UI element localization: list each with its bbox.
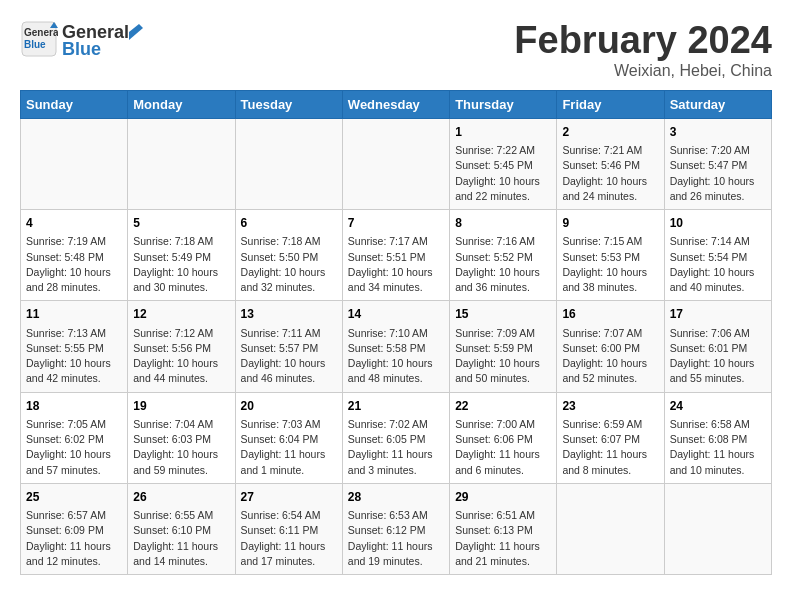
day-info: Sunrise: 7:22 AM — [455, 143, 551, 158]
calendar-cell — [342, 118, 449, 209]
day-info: Sunrise: 6:55 AM — [133, 508, 229, 523]
day-number: 14 — [348, 306, 444, 323]
calendar-cell: 13Sunrise: 7:11 AMSunset: 5:57 PMDayligh… — [235, 301, 342, 392]
day-info: Sunrise: 7:18 AM — [241, 234, 337, 249]
day-number: 6 — [241, 215, 337, 232]
weekday-header-saturday: Saturday — [664, 90, 771, 118]
logo: General Blue General Blue — [20, 20, 143, 62]
day-info: Sunset: 6:10 PM — [133, 523, 229, 538]
day-info: Daylight: 10 hours and 28 minutes. — [26, 265, 122, 295]
day-info: Daylight: 11 hours and 3 minutes. — [348, 447, 444, 477]
day-info: Sunset: 6:09 PM — [26, 523, 122, 538]
calendar-week-4: 18Sunrise: 7:05 AMSunset: 6:02 PMDayligh… — [21, 392, 772, 483]
day-info: Daylight: 10 hours and 50 minutes. — [455, 356, 551, 386]
day-number: 5 — [133, 215, 229, 232]
logo-icon: General Blue — [20, 20, 58, 58]
day-number: 29 — [455, 489, 551, 506]
calendar-cell: 4Sunrise: 7:19 AMSunset: 5:48 PMDaylight… — [21, 210, 128, 301]
svg-marker-4 — [129, 24, 143, 40]
day-info: Daylight: 10 hours and 46 minutes. — [241, 356, 337, 386]
weekday-header-monday: Monday — [128, 90, 235, 118]
day-number: 11 — [26, 306, 122, 323]
calendar-cell: 17Sunrise: 7:06 AMSunset: 6:01 PMDayligh… — [664, 301, 771, 392]
day-number: 26 — [133, 489, 229, 506]
calendar-week-3: 11Sunrise: 7:13 AMSunset: 5:55 PMDayligh… — [21, 301, 772, 392]
day-number: 20 — [241, 398, 337, 415]
day-info: Daylight: 11 hours and 14 minutes. — [133, 539, 229, 569]
day-info: Sunset: 6:00 PM — [562, 341, 658, 356]
calendar-cell: 15Sunrise: 7:09 AMSunset: 5:59 PMDayligh… — [450, 301, 557, 392]
title-block: February 2024 Weixian, Hebei, China — [514, 20, 772, 80]
day-info: Sunrise: 7:00 AM — [455, 417, 551, 432]
day-info: Sunset: 5:48 PM — [26, 250, 122, 265]
day-info: Sunset: 6:13 PM — [455, 523, 551, 538]
day-info: Sunset: 6:08 PM — [670, 432, 766, 447]
calendar-cell: 18Sunrise: 7:05 AMSunset: 6:02 PMDayligh… — [21, 392, 128, 483]
day-info: Sunset: 6:11 PM — [241, 523, 337, 538]
month-title: February 2024 — [514, 20, 772, 62]
page-header: General Blue General Blue February 2024 … — [20, 20, 772, 80]
calendar-cell — [557, 483, 664, 574]
day-info: Sunset: 5:46 PM — [562, 158, 658, 173]
calendar-cell: 27Sunrise: 6:54 AMSunset: 6:11 PMDayligh… — [235, 483, 342, 574]
calendar-cell: 25Sunrise: 6:57 AMSunset: 6:09 PMDayligh… — [21, 483, 128, 574]
calendar-cell: 19Sunrise: 7:04 AMSunset: 6:03 PMDayligh… — [128, 392, 235, 483]
day-info: Daylight: 10 hours and 32 minutes. — [241, 265, 337, 295]
calendar-cell: 22Sunrise: 7:00 AMSunset: 6:06 PMDayligh… — [450, 392, 557, 483]
calendar-cell: 8Sunrise: 7:16 AMSunset: 5:52 PMDaylight… — [450, 210, 557, 301]
day-number: 10 — [670, 215, 766, 232]
calendar-cell: 1Sunrise: 7:22 AMSunset: 5:45 PMDaylight… — [450, 118, 557, 209]
day-number: 28 — [348, 489, 444, 506]
day-number: 2 — [562, 124, 658, 141]
day-info: Sunrise: 6:58 AM — [670, 417, 766, 432]
weekday-header-wednesday: Wednesday — [342, 90, 449, 118]
day-info: Sunrise: 7:06 AM — [670, 326, 766, 341]
day-info: Sunset: 6:07 PM — [562, 432, 658, 447]
day-number: 13 — [241, 306, 337, 323]
calendar-cell: 26Sunrise: 6:55 AMSunset: 6:10 PMDayligh… — [128, 483, 235, 574]
calendar-week-5: 25Sunrise: 6:57 AMSunset: 6:09 PMDayligh… — [21, 483, 772, 574]
day-info: Sunrise: 7:16 AM — [455, 234, 551, 249]
calendar-cell — [128, 118, 235, 209]
calendar-cell: 12Sunrise: 7:12 AMSunset: 5:56 PMDayligh… — [128, 301, 235, 392]
day-info: Daylight: 10 hours and 42 minutes. — [26, 356, 122, 386]
calendar-cell: 20Sunrise: 7:03 AMSunset: 6:04 PMDayligh… — [235, 392, 342, 483]
day-info: Sunset: 5:53 PM — [562, 250, 658, 265]
day-info: Sunset: 5:47 PM — [670, 158, 766, 173]
day-info: Sunrise: 7:12 AM — [133, 326, 229, 341]
calendar-cell: 16Sunrise: 7:07 AMSunset: 6:00 PMDayligh… — [557, 301, 664, 392]
day-info: Daylight: 10 hours and 52 minutes. — [562, 356, 658, 386]
day-number: 17 — [670, 306, 766, 323]
calendar-cell — [664, 483, 771, 574]
calendar-cell — [21, 118, 128, 209]
day-number: 16 — [562, 306, 658, 323]
day-info: Daylight: 10 hours and 40 minutes. — [670, 265, 766, 295]
day-info: Sunrise: 7:11 AM — [241, 326, 337, 341]
day-info: Sunrise: 7:15 AM — [562, 234, 658, 249]
day-info: Daylight: 10 hours and 34 minutes. — [348, 265, 444, 295]
calendar-cell — [235, 118, 342, 209]
day-info: Daylight: 10 hours and 22 minutes. — [455, 174, 551, 204]
day-number: 12 — [133, 306, 229, 323]
day-number: 4 — [26, 215, 122, 232]
day-info: Daylight: 10 hours and 44 minutes. — [133, 356, 229, 386]
day-info: Sunrise: 7:10 AM — [348, 326, 444, 341]
calendar-cell: 21Sunrise: 7:02 AMSunset: 6:05 PMDayligh… — [342, 392, 449, 483]
weekday-header-thursday: Thursday — [450, 90, 557, 118]
day-info: Sunset: 5:58 PM — [348, 341, 444, 356]
day-info: Daylight: 10 hours and 48 minutes. — [348, 356, 444, 386]
day-number: 18 — [26, 398, 122, 415]
day-number: 25 — [26, 489, 122, 506]
day-info: Daylight: 11 hours and 6 minutes. — [455, 447, 551, 477]
calendar-cell: 23Sunrise: 6:59 AMSunset: 6:07 PMDayligh… — [557, 392, 664, 483]
day-info: Sunset: 5:59 PM — [455, 341, 551, 356]
day-number: 3 — [670, 124, 766, 141]
day-info: Daylight: 10 hours and 24 minutes. — [562, 174, 658, 204]
day-number: 22 — [455, 398, 551, 415]
day-info: Sunset: 5:45 PM — [455, 158, 551, 173]
location-subtitle: Weixian, Hebei, China — [514, 62, 772, 80]
weekday-header-tuesday: Tuesday — [235, 90, 342, 118]
calendar-cell: 28Sunrise: 6:53 AMSunset: 6:12 PMDayligh… — [342, 483, 449, 574]
calendar-cell: 10Sunrise: 7:14 AMSunset: 5:54 PMDayligh… — [664, 210, 771, 301]
day-number: 15 — [455, 306, 551, 323]
